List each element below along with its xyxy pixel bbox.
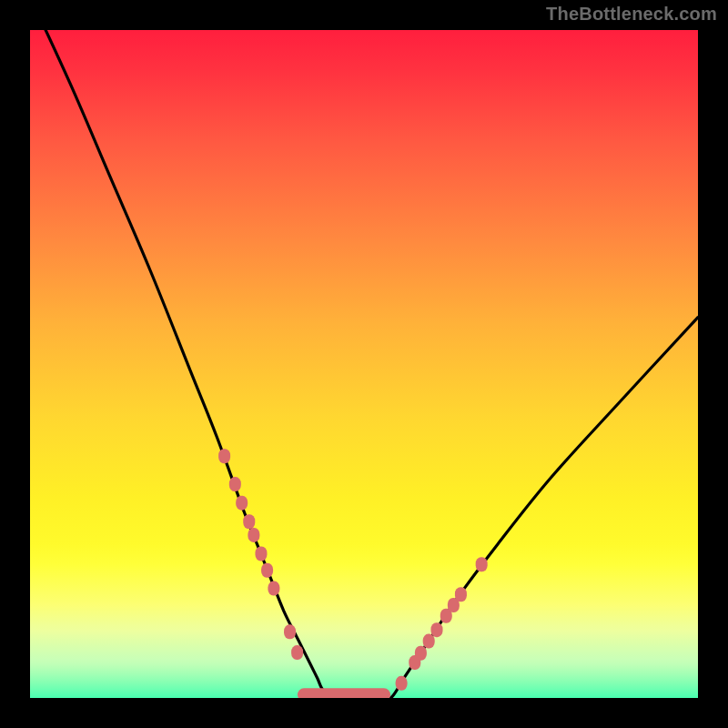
- chart-frame: TheBottleneck.com: [0, 0, 728, 728]
- data-marker: [236, 496, 248, 511]
- watermark-text: TheBottleneck.com: [546, 4, 717, 25]
- data-marker: [243, 514, 255, 529]
- data-marker: [476, 557, 488, 571]
- data-marker: [229, 477, 241, 491]
- bottleneck-curve: [30, 30, 698, 698]
- data-marker: [431, 622, 443, 637]
- data-marker: [268, 581, 279, 596]
- data-marker: [291, 645, 303, 660]
- data-marker: [396, 676, 408, 691]
- data-marker: [248, 528, 259, 542]
- data-marker: [415, 646, 427, 661]
- data-marker: [261, 563, 273, 578]
- plot-area: [30, 30, 698, 698]
- data-marker: [455, 587, 467, 602]
- data-marker: [255, 546, 267, 561]
- curve-layer: [30, 30, 698, 698]
- data-marker: [423, 634, 435, 649]
- data-marker: [284, 624, 296, 639]
- data-marker: [218, 449, 230, 463]
